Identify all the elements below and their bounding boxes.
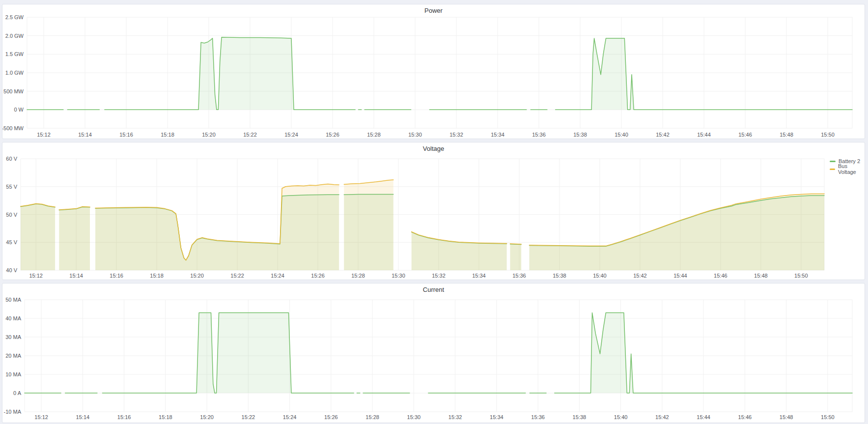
x-tick-label: 15:26 [326, 132, 339, 138]
y-tick-label: 20 MA [5, 353, 21, 359]
x-tick-label: 15:42 [655, 414, 669, 420]
x-tick-label: 15:38 [573, 414, 587, 420]
x-tick-label: 15:44 [673, 273, 687, 279]
x-tick-label: 15:30 [392, 273, 405, 279]
y-tick-label: 2.5 GW [5, 14, 24, 20]
x-tick-label: 15:14 [69, 273, 83, 279]
x-tick-label: 15:36 [512, 273, 526, 279]
y-tick-label: 0 W [14, 107, 24, 113]
x-tick-label: 15:48 [780, 132, 793, 138]
power-panel: Power 15:1215:1415:1615:1815:2015:2215:2… [2, 4, 865, 139]
x-tick-label: 15:34 [491, 132, 504, 138]
series-area-battery-2 [102, 313, 354, 393]
x-tick-label: 15:36 [531, 414, 545, 420]
x-tick-label: 15:44 [697, 414, 710, 420]
x-tick-label: 15:18 [161, 132, 174, 138]
x-tick-label: 15:46 [738, 132, 752, 138]
voltage-panel: Voltage 15:1215:1415:1615:1815:2015:2215… [2, 142, 865, 280]
y-tick-label: 10 MA [5, 371, 21, 377]
y-tick-label: 40 V [6, 267, 17, 273]
current-panel: Current 15:1215:1415:1615:1815:2015:2215… [2, 283, 865, 423]
x-tick-label: 15:50 [821, 132, 835, 138]
series-area-bus-voltage [510, 244, 522, 270]
x-tick-label: 15:24 [283, 414, 297, 420]
x-tick-label: 15:24 [271, 273, 284, 279]
x-tick-label: 15:40 [615, 132, 628, 138]
x-tick-label: 15:20 [202, 132, 216, 138]
y-tick-label: 0 A [13, 390, 22, 396]
x-tick-label: 15:20 [200, 414, 214, 420]
x-tick-label: 15:34 [472, 273, 486, 279]
series-area-bus-voltage [344, 180, 393, 270]
x-tick-label: 15:46 [714, 273, 728, 279]
x-tick-label: 15:24 [284, 132, 298, 138]
x-tick-label: 15:32 [448, 414, 462, 420]
x-tick-label: 15:44 [697, 132, 711, 138]
series-line-bus-voltage [510, 244, 522, 244]
series-area-bus-voltage [59, 207, 90, 270]
x-tick-label: 15:26 [324, 414, 338, 420]
y-tick-label: 60 V [6, 156, 17, 162]
x-tick-label: 15:22 [242, 414, 255, 420]
series-area-bus-voltage [412, 232, 507, 270]
series-area-bus-voltage [95, 184, 339, 270]
series-area-bus-voltage [530, 194, 825, 271]
x-tick-label: 15:12 [37, 132, 51, 138]
x-tick-label: 15:20 [190, 273, 204, 279]
x-tick-label: 15:14 [76, 414, 90, 420]
battery2-series-swatch [830, 161, 836, 162]
x-tick-label: 15:50 [794, 273, 808, 279]
y-tick-label: 50 MA [5, 297, 21, 303]
current-chart[interactable]: 15:1215:1415:1615:1815:2015:2215:2415:26… [2, 283, 865, 423]
x-tick-label: 15:42 [656, 132, 670, 138]
x-tick-label: 15:16 [117, 414, 131, 420]
legend-label-bus-voltage: Bus Voltage [838, 163, 865, 175]
y-tick-label: 40 MA [5, 315, 21, 321]
voltage-legend: Battery 2 Bus Voltage [830, 157, 865, 173]
x-tick-label: 15:38 [573, 132, 587, 138]
y-tick-label: -500 MW [2, 125, 24, 131]
series-area-bus-voltage [21, 203, 55, 270]
x-tick-label: 15:30 [408, 132, 422, 138]
voltage-chart[interactable]: 15:1215:1415:1615:1815:2015:2215:2415:26… [2, 142, 865, 280]
x-tick-label: 15:28 [351, 273, 365, 279]
legend-item-bus-voltage[interactable]: Bus Voltage [830, 165, 865, 173]
y-tick-label: 50 V [6, 212, 17, 218]
x-tick-label: 15:26 [311, 273, 325, 279]
y-tick-label: 1.0 GW [5, 70, 24, 76]
y-tick-label: 500 MW [3, 88, 24, 94]
x-tick-label: 15:40 [593, 273, 607, 279]
series-area-battery-2 [105, 37, 355, 110]
y-tick-label: -10 MA [4, 409, 22, 415]
x-tick-label: 15:34 [490, 414, 504, 420]
power-chart[interactable]: 15:1215:1415:1615:1815:2015:2215:2415:26… [2, 4, 865, 139]
x-tick-label: 15:40 [614, 414, 628, 420]
x-tick-label: 15:16 [119, 132, 133, 138]
x-tick-label: 15:28 [367, 132, 381, 138]
y-tick-label: 55 V [6, 184, 17, 190]
dashboard: Power 15:1215:1415:1615:1815:2015:2215:2… [0, 0, 868, 424]
x-tick-label: 15:30 [407, 414, 421, 420]
x-tick-label: 15:22 [243, 132, 257, 138]
series-line-battery-2 [344, 195, 393, 195]
y-tick-label: 1.5 GW [5, 51, 24, 57]
y-tick-label: 2.0 GW [5, 33, 24, 39]
y-tick-label: 30 MA [5, 334, 21, 340]
x-tick-label: 15:18 [159, 414, 172, 420]
x-tick-label: 15:28 [365, 414, 379, 420]
x-tick-label: 15:22 [230, 273, 244, 279]
x-tick-label: 15:48 [754, 273, 768, 279]
x-tick-label: 15:18 [150, 273, 164, 279]
x-tick-label: 15:12 [34, 414, 48, 420]
x-tick-label: 15:32 [432, 273, 446, 279]
y-tick-label: 45 V [6, 239, 17, 245]
x-tick-label: 15:16 [110, 273, 123, 279]
x-tick-label: 15:50 [821, 414, 835, 420]
x-tick-label: 15:12 [29, 273, 43, 279]
x-tick-label: 15:38 [553, 273, 566, 279]
x-tick-label: 15:46 [738, 414, 752, 420]
x-tick-label: 15:48 [780, 414, 793, 420]
x-tick-label: 15:42 [633, 273, 647, 279]
x-tick-label: 15:32 [449, 132, 463, 138]
bus-voltage-series-swatch [830, 169, 835, 170]
